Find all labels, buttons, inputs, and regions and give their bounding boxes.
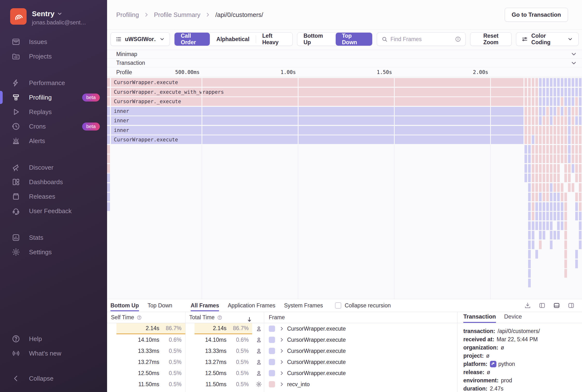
active-indicator bbox=[0, 91, 3, 104]
tab-application-frames[interactable]: Application Frames bbox=[228, 300, 275, 311]
sidebar-item-replays[interactable]: Replays bbox=[0, 105, 107, 119]
flame-sliver[interactable] bbox=[107, 154, 110, 163]
flame-sliver[interactable] bbox=[107, 107, 110, 116]
sidebar-item-profiling[interactable]: Profilingbeta bbox=[0, 90, 107, 105]
sidebar-item-discover[interactable]: Discover bbox=[0, 160, 107, 175]
flame-sliver[interactable] bbox=[107, 116, 110, 125]
org-switcher[interactable]: Sentry jonas.badalic@sent… bbox=[0, 0, 107, 26]
frame-name[interactable]: CursorWrapper.execute bbox=[287, 348, 346, 354]
chevron-down-icon[interactable] bbox=[570, 60, 577, 66]
reset-zoom-button[interactable]: Reset Zoom bbox=[470, 32, 512, 46]
sidebar-item-settings[interactable]: Settings bbox=[0, 245, 107, 259]
sidebar-item-stats[interactable]: Stats bbox=[0, 230, 107, 245]
frame-name[interactable]: recv_into bbox=[287, 381, 310, 388]
dock-bottom-icon[interactable] bbox=[553, 302, 560, 309]
expand-chevron-icon[interactable] bbox=[279, 348, 285, 354]
sort-left-heavy[interactable]: Left Heavy bbox=[256, 33, 292, 46]
user-feedback-icon bbox=[12, 207, 20, 215]
total-time-header[interactable]: Total Time bbox=[186, 314, 264, 321]
breadcrumb-profile-summary[interactable]: Profile Summary bbox=[154, 11, 200, 18]
flame-sliver[interactable] bbox=[107, 164, 110, 173]
user-frame-icon bbox=[256, 359, 262, 366]
crons-icon bbox=[12, 122, 20, 131]
tab-device[interactable]: Device bbox=[504, 313, 522, 323]
flame-sliver[interactable] bbox=[107, 135, 110, 144]
chevron-down-icon[interactable] bbox=[570, 51, 577, 58]
flame-frame-bar[interactable]: inner bbox=[111, 126, 521, 134]
thread-selector-dropdown[interactable]: uWSGIWor… bbox=[110, 32, 170, 46]
flame-frame-bar[interactable]: CursorWrapper._execute_with_wrappers bbox=[111, 88, 521, 96]
tab-all-frames[interactable]: All Frames bbox=[191, 300, 219, 311]
sort-call-order[interactable]: Call Order bbox=[174, 33, 210, 46]
dock-right-icon[interactable] bbox=[568, 302, 575, 309]
flame-frame-bar[interactable]: inner bbox=[111, 116, 521, 125]
collapse-recursion-checkbox[interactable]: Collapse recursion bbox=[335, 302, 390, 309]
expand-chevron-icon[interactable] bbox=[279, 381, 285, 387]
sort-desc-icon[interactable] bbox=[246, 316, 253, 323]
sort-alphabetical[interactable]: Alphabetical bbox=[210, 33, 256, 46]
flame-frame-bar[interactable]: CursorWrapper.execute bbox=[111, 78, 521, 87]
transaction-row[interactable]: Transaction bbox=[107, 59, 582, 68]
table-row[interactable]: 2.14s86.7%2.14s86.7%CursorWrapper.execut… bbox=[107, 323, 457, 334]
flame-sliver[interactable] bbox=[107, 97, 110, 106]
sidebar-item-releases[interactable]: Releases bbox=[0, 189, 107, 204]
frame-color-swatch bbox=[269, 370, 275, 376]
expand-chevron-icon[interactable] bbox=[279, 370, 285, 376]
tab-top-down[interactable]: Top Down bbox=[148, 300, 172, 311]
detail-field: release:ø bbox=[463, 368, 582, 376]
sidebar-item-projects[interactable]: Projects bbox=[0, 49, 107, 64]
sidebar-item-alerts[interactable]: Alerts bbox=[0, 134, 107, 148]
table-row[interactable]: 13.33ms0.5%13.33ms0.5%CursorWrapper.exec… bbox=[107, 345, 457, 356]
flame-sliver[interactable] bbox=[107, 183, 110, 192]
flame-frame-bar[interactable]: inner bbox=[111, 107, 521, 116]
flame-sliver[interactable] bbox=[107, 78, 110, 87]
color-coding-dropdown[interactable]: Color Coding bbox=[516, 32, 578, 46]
sidebar-item-what-s-new[interactable]: What's new bbox=[0, 346, 107, 360]
view-top-down[interactable]: Top Down bbox=[336, 33, 372, 46]
flame-frame-bar[interactable]: CursorWrapper._execute bbox=[111, 97, 521, 106]
sidebar-item-performance[interactable]: Performance bbox=[0, 76, 107, 90]
beta-badge: beta bbox=[82, 94, 100, 102]
sidebar-item-help[interactable]: Help bbox=[0, 332, 107, 346]
frame-header[interactable]: Frame bbox=[264, 314, 285, 321]
flame-sliver[interactable] bbox=[107, 126, 110, 134]
flame-sliver[interactable] bbox=[107, 88, 110, 96]
tab-transaction[interactable]: Transaction bbox=[463, 313, 496, 323]
minimap-row[interactable]: Minimap bbox=[107, 50, 582, 58]
find-frames-search[interactable] bbox=[377, 32, 466, 46]
tab-system-frames[interactable]: System Frames bbox=[284, 300, 323, 311]
search-input[interactable] bbox=[390, 36, 452, 42]
sidebar-item-crons[interactable]: Cronsbeta bbox=[0, 119, 107, 134]
flame-frame-bar[interactable]: CursorWrapper.execute bbox=[111, 135, 521, 144]
frame-name[interactable]: CursorWrapper.execute bbox=[287, 359, 346, 366]
frame-color-swatch bbox=[269, 359, 275, 365]
frame-name[interactable]: CursorWrapper.execute bbox=[287, 337, 346, 343]
dock-left-icon[interactable] bbox=[538, 302, 546, 309]
table-row[interactable]: 11.50ms0.5%11.50ms0.5%recv_into bbox=[107, 379, 457, 390]
sidebar-item-issues[interactable]: Issues bbox=[0, 34, 107, 49]
tab-bottom-up[interactable]: Bottom Up bbox=[110, 300, 139, 311]
frame-name[interactable]: CursorWrapper.execute bbox=[287, 326, 346, 332]
checkbox-box[interactable] bbox=[335, 302, 341, 308]
expand-chevron-icon[interactable] bbox=[279, 326, 285, 332]
dashboards-icon bbox=[12, 178, 20, 186]
sidebar-item-dashboards[interactable]: Dashboards bbox=[0, 175, 107, 189]
self-time-header[interactable]: Self Time bbox=[107, 314, 186, 321]
sidebar-item-collapse[interactable]: Collapse bbox=[0, 371, 107, 386]
sidebar-item-user-feedback[interactable]: User Feedback bbox=[0, 204, 107, 218]
go-to-transaction-button[interactable]: Go to Transaction bbox=[505, 8, 568, 22]
breadcrumb-profiling[interactable]: Profiling bbox=[116, 11, 139, 18]
table-row[interactable]: 14.10ms0.6%14.10ms0.6%CursorWrapper.exec… bbox=[107, 334, 457, 345]
table-row[interactable]: 12.50ms0.5%12.50ms0.5%CursorWrapper.exec… bbox=[107, 368, 457, 379]
view-bottom-up[interactable]: Bottom Up bbox=[297, 33, 336, 46]
flame-sliver[interactable] bbox=[107, 174, 110, 182]
frame-name[interactable]: CursorWrapper.execute bbox=[287, 370, 346, 376]
flame-sliver[interactable] bbox=[107, 145, 110, 154]
expand-chevron-icon[interactable] bbox=[279, 359, 285, 365]
table-row[interactable]: 13.27ms0.5%13.27ms0.5%CursorWrapper.exec… bbox=[107, 356, 457, 368]
flame-sliver[interactable] bbox=[107, 202, 110, 211]
download-icon[interactable] bbox=[524, 302, 531, 309]
flamegraph-canvas[interactable]: CursorWrapper.executeCursorWrapper._exec… bbox=[107, 77, 582, 299]
expand-chevron-icon[interactable] bbox=[279, 337, 285, 343]
flame-sliver[interactable] bbox=[107, 192, 110, 201]
